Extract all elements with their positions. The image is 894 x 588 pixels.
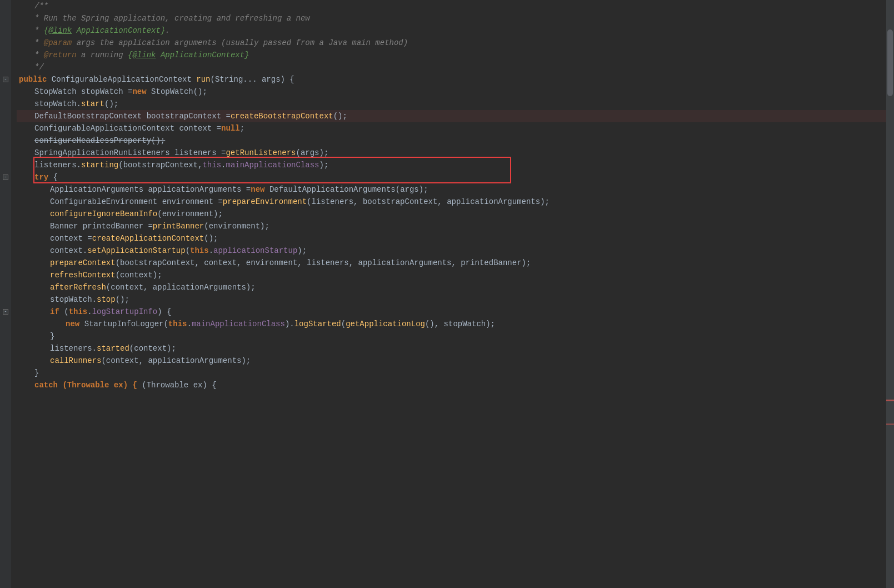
code-line-10: DefaultBootstrapContext bootstrapContext… — [17, 110, 886, 122]
gutter-line-18 — [0, 208, 11, 220]
code-line-30: callRunners (context, applicationArgumen… — [17, 355, 886, 367]
code-line-14: listeners. starting (bootstrapContext, t… — [17, 159, 886, 171]
code-line-5: * @return a running {@link ApplicationCo… — [17, 49, 886, 61]
comment-text-5: * @return a running {@link ApplicationCo… — [34, 51, 249, 59]
code-line-13: SpringApplicationRunListeners listeners … — [17, 147, 886, 159]
gutter-line-20 — [0, 232, 11, 245]
gutter-line-13 — [0, 147, 11, 159]
code-line-15: try { — [17, 171, 886, 183]
gutter-line-1 — [0, 0, 11, 12]
code-line-4: * @param args the application arguments … — [17, 37, 886, 49]
keyword-public: public — [19, 75, 47, 84]
gutter-line-19 — [0, 220, 11, 232]
code-line-22: prepareContext (bootstrapContext, contex… — [17, 257, 886, 269]
code-line-29: listeners. started (context); — [17, 342, 886, 355]
editor-container: - - - — [0, 0, 894, 588]
gutter-line-4 — [0, 37, 11, 49]
gutter-line-5 — [0, 49, 11, 61]
keyword-catch: catch (Throwable ex) { — [34, 381, 137, 390]
method-run: run — [196, 75, 210, 84]
scrollbar-track[interactable] — [886, 0, 894, 588]
gutter-line-27 — [0, 318, 11, 330]
code-line-25: stopWatch. stop (); — [17, 293, 886, 306]
gutter-line-31 — [0, 367, 11, 379]
gutter-line-29 — [0, 342, 11, 355]
code-line-19: Banner printedBanner = printBanner (envi… — [17, 220, 886, 232]
gutter-line-3 — [0, 24, 11, 37]
gutter-line-16 — [0, 183, 11, 196]
gutter-line-10 — [0, 110, 11, 122]
code-line-31: } — [17, 367, 886, 379]
code-line-28: } — [17, 330, 886, 342]
code-line-20: context = createApplicationContext (); — [17, 232, 886, 245]
code-line-32: catch (Throwable ex) { ( Throwable ex) { — [17, 379, 886, 391]
gutter-line-23 — [0, 269, 11, 281]
gutter-line-9 — [0, 98, 11, 110]
gutter-fold-15[interactable]: - — [0, 171, 11, 183]
gutter-line-28 — [0, 330, 11, 342]
gutter-line-21 — [0, 245, 11, 257]
gutter-line-11 — [0, 122, 11, 134]
code-line-23: refreshContext (context); — [17, 269, 886, 281]
code-line-2: * Run the Spring application, creating a… — [17, 12, 886, 24]
code-line-11: ConfigurableApplicationContext context =… — [17, 122, 886, 134]
comment-text-4: * @param args the application arguments … — [34, 38, 408, 47]
code-line-21: context. setApplicationStartup ( this . … — [17, 245, 886, 257]
code-line-18: configureIgnoreBeanInfo (environment); — [17, 208, 886, 220]
code-line-16: ApplicationArguments applicationArgument… — [17, 183, 886, 196]
code-line-17: ConfigurableEnvironment environment = pr… — [17, 196, 886, 208]
gutter-fold-7[interactable]: - — [0, 73, 11, 86]
code-line-26: if ( this . logStartupInfo ) { — [17, 306, 886, 318]
comment-text-2: * Run the Spring application, creating a… — [34, 14, 310, 23]
gutter-line-24 — [0, 281, 11, 293]
code-line-1: /** — [17, 0, 886, 12]
gutter-fold-26[interactable]: - — [0, 306, 11, 318]
code-area[interactable]: /** * Run the Spring application, creati… — [11, 0, 886, 588]
gutter-line-8 — [0, 86, 11, 98]
gutter-line-12 — [0, 134, 11, 147]
code-line-27: new StartupInfoLogger ( this . mainAppli… — [17, 318, 886, 330]
gutter-line-2 — [0, 12, 11, 24]
code-line-8: StopWatch stopWatch = new StopWatch (); — [17, 86, 886, 98]
gutter-line-17 — [0, 196, 11, 208]
mini-map-marker-2 — [886, 423, 894, 425]
code-line-6: */ — [17, 61, 886, 73]
gutter-line-14 — [0, 159, 11, 171]
code-line-24: afterRefresh (context, applicationArgume… — [17, 281, 886, 293]
mini-map-marker-1 — [886, 400, 894, 401]
comment-text-3: * {@link ApplicationContext}. — [34, 26, 170, 35]
gutter-line-6 — [0, 61, 11, 73]
code-line-3: * {@link ApplicationContext}. — [17, 24, 886, 37]
gutter-line-32 — [0, 379, 11, 391]
comment-close: */ — [34, 63, 44, 72]
code-line-7: public ConfigurableApplicationContext ru… — [17, 73, 886, 86]
code-line-9: stopWatch. start (); — [17, 98, 886, 110]
scrollbar-thumb[interactable] — [887, 29, 893, 96]
comment-open: /** — [34, 2, 48, 11]
gutter-line-25 — [0, 293, 11, 306]
gutter-line-30 — [0, 355, 11, 367]
left-gutter: - - - — [0, 0, 11, 588]
code-line-12: configureHeadlessProperty (); — [17, 134, 886, 147]
type-configurable: ConfigurableApplicationContext — [52, 75, 192, 84]
gutter-line-22 — [0, 257, 11, 269]
